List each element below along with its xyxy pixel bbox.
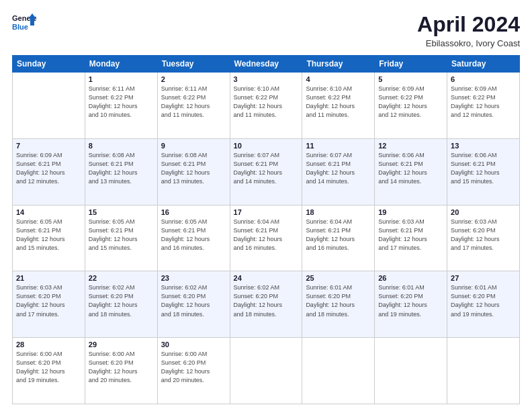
calendar-cell: 26Sunrise: 6:01 AM Sunset: 6:20 PM Dayli… [375, 271, 447, 338]
day-detail: Sunrise: 6:07 AM Sunset: 6:21 PM Dayligh… [234, 151, 299, 186]
calendar-cell: 30Sunrise: 6:00 AM Sunset: 6:20 PM Dayli… [157, 338, 230, 404]
week-row-0: 1Sunrise: 6:11 AM Sunset: 6:22 PM Daylig… [13, 73, 520, 139]
calendar-cell: 27Sunrise: 6:01 AM Sunset: 6:20 PM Dayli… [447, 271, 520, 338]
day-detail: Sunrise: 6:02 AM Sunset: 6:20 PM Dayligh… [89, 283, 154, 318]
day-number: 1 [89, 75, 154, 83]
day-detail: Sunrise: 6:00 AM Sunset: 6:20 PM Dayligh… [16, 350, 81, 385]
day-number: 3 [234, 75, 299, 83]
day-detail: Sunrise: 6:06 AM Sunset: 6:21 PM Dayligh… [451, 151, 516, 186]
calendar-cell: 21Sunrise: 6:03 AM Sunset: 6:20 PM Dayli… [13, 271, 85, 338]
calendar-cell: 3Sunrise: 6:10 AM Sunset: 6:22 PM Daylig… [230, 73, 302, 139]
month-title: April 2024 [417, 12, 520, 37]
day-number: 10 [234, 142, 299, 150]
weekday-friday: Friday [375, 56, 447, 73]
calendar-cell [302, 338, 375, 404]
day-number: 4 [306, 75, 371, 83]
day-detail: Sunrise: 6:02 AM Sunset: 6:20 PM Dayligh… [161, 283, 226, 318]
calendar-cell: 2Sunrise: 6:11 AM Sunset: 6:22 PM Daylig… [157, 73, 230, 139]
calendar-cell [230, 338, 302, 404]
calendar-cell: 22Sunrise: 6:02 AM Sunset: 6:20 PM Dayli… [85, 271, 157, 338]
day-number: 7 [16, 142, 81, 150]
day-detail: Sunrise: 6:06 AM Sunset: 6:21 PM Dayligh… [378, 151, 443, 186]
weekday-header: SundayMondayTuesdayWednesdayThursdayFrid… [13, 56, 520, 73]
calendar-cell: 13Sunrise: 6:06 AM Sunset: 6:21 PM Dayli… [447, 138, 520, 205]
calendar-cell: 18Sunrise: 6:04 AM Sunset: 6:21 PM Dayli… [302, 205, 375, 271]
weekday-saturday: Saturday [447, 56, 520, 73]
day-detail: Sunrise: 6:04 AM Sunset: 6:21 PM Dayligh… [306, 218, 371, 253]
calendar-cell: 12Sunrise: 6:06 AM Sunset: 6:21 PM Dayli… [375, 138, 447, 205]
calendar-table: SundayMondayTuesdayWednesdayThursdayFrid… [12, 55, 520, 404]
day-detail: Sunrise: 6:01 AM Sunset: 6:20 PM Dayligh… [306, 283, 371, 318]
page: General Blue April 2024 Ebilassokro, Ivo… [0, 0, 532, 411]
day-detail: Sunrise: 6:01 AM Sunset: 6:20 PM Dayligh… [451, 283, 516, 318]
day-number: 27 [451, 274, 516, 282]
day-number: 24 [234, 274, 299, 282]
day-number: 25 [306, 274, 371, 282]
day-detail: Sunrise: 6:08 AM Sunset: 6:21 PM Dayligh… [161, 151, 226, 186]
calendar-cell: 1Sunrise: 6:11 AM Sunset: 6:22 PM Daylig… [85, 73, 157, 139]
day-detail: Sunrise: 6:00 AM Sunset: 6:20 PM Dayligh… [89, 350, 154, 385]
day-detail: Sunrise: 6:09 AM Sunset: 6:22 PM Dayligh… [378, 85, 443, 120]
day-number: 11 [306, 142, 371, 150]
day-number: 12 [378, 142, 443, 150]
day-number: 22 [89, 274, 154, 282]
weekday-tuesday: Tuesday [157, 56, 230, 73]
weekday-thursday: Thursday [302, 56, 375, 73]
day-number: 6 [451, 75, 516, 83]
day-number: 26 [378, 274, 443, 282]
week-row-1: 7Sunrise: 6:09 AM Sunset: 6:21 PM Daylig… [13, 138, 520, 205]
day-detail: Sunrise: 6:00 AM Sunset: 6:20 PM Dayligh… [161, 350, 226, 385]
calendar-cell: 9Sunrise: 6:08 AM Sunset: 6:21 PM Daylig… [157, 138, 230, 205]
day-detail: Sunrise: 6:03 AM Sunset: 6:20 PM Dayligh… [451, 218, 516, 253]
calendar-cell: 29Sunrise: 6:00 AM Sunset: 6:20 PM Dayli… [85, 338, 157, 404]
day-detail: Sunrise: 6:05 AM Sunset: 6:21 PM Dayligh… [16, 218, 81, 253]
calendar-cell: 11Sunrise: 6:07 AM Sunset: 6:21 PM Dayli… [302, 138, 375, 205]
calendar-cell: 10Sunrise: 6:07 AM Sunset: 6:21 PM Dayli… [230, 138, 302, 205]
calendar-cell: 8Sunrise: 6:08 AM Sunset: 6:21 PM Daylig… [85, 138, 157, 205]
day-number: 5 [378, 75, 443, 83]
day-number: 18 [306, 208, 371, 216]
day-detail: Sunrise: 6:09 AM Sunset: 6:21 PM Dayligh… [16, 151, 81, 186]
day-detail: Sunrise: 6:01 AM Sunset: 6:20 PM Dayligh… [378, 283, 443, 318]
weekday-wednesday: Wednesday [230, 56, 302, 73]
calendar-cell: 28Sunrise: 6:00 AM Sunset: 6:20 PM Dayli… [13, 338, 85, 404]
day-number: 8 [89, 142, 154, 150]
day-detail: Sunrise: 6:05 AM Sunset: 6:21 PM Dayligh… [89, 218, 154, 253]
calendar-cell: 5Sunrise: 6:09 AM Sunset: 6:22 PM Daylig… [375, 73, 447, 139]
calendar-cell: 4Sunrise: 6:10 AM Sunset: 6:22 PM Daylig… [302, 73, 375, 139]
logo: General Blue [12, 12, 36, 36]
day-number: 13 [451, 142, 516, 150]
day-number: 21 [16, 274, 81, 282]
svg-text:Blue: Blue [12, 23, 28, 31]
calendar-cell: 7Sunrise: 6:09 AM Sunset: 6:21 PM Daylig… [13, 138, 85, 205]
day-number: 23 [161, 274, 226, 282]
day-detail: Sunrise: 6:04 AM Sunset: 6:21 PM Dayligh… [234, 218, 299, 253]
day-detail: Sunrise: 6:02 AM Sunset: 6:20 PM Dayligh… [234, 283, 299, 318]
day-number: 28 [16, 340, 81, 349]
day-number: 20 [451, 208, 516, 216]
day-detail: Sunrise: 6:08 AM Sunset: 6:21 PM Dayligh… [89, 151, 154, 186]
day-detail: Sunrise: 6:09 AM Sunset: 6:22 PM Dayligh… [451, 85, 516, 120]
day-detail: Sunrise: 6:03 AM Sunset: 6:21 PM Dayligh… [378, 218, 443, 253]
day-number: 30 [161, 340, 226, 349]
day-number: 16 [161, 208, 226, 216]
day-number: 14 [16, 208, 81, 216]
calendar-cell [447, 338, 520, 404]
calendar-cell: 15Sunrise: 6:05 AM Sunset: 6:21 PM Dayli… [85, 205, 157, 271]
day-number: 15 [89, 208, 154, 216]
calendar-cell: 20Sunrise: 6:03 AM Sunset: 6:20 PM Dayli… [447, 205, 520, 271]
weekday-monday: Monday [85, 56, 157, 73]
week-row-2: 14Sunrise: 6:05 AM Sunset: 6:21 PM Dayli… [13, 205, 520, 271]
day-number: 2 [161, 75, 226, 83]
day-detail: Sunrise: 6:07 AM Sunset: 6:21 PM Dayligh… [306, 151, 371, 186]
calendar-cell: 24Sunrise: 6:02 AM Sunset: 6:20 PM Dayli… [230, 271, 302, 338]
calendar-cell: 16Sunrise: 6:05 AM Sunset: 6:21 PM Dayli… [157, 205, 230, 271]
calendar-cell: 6Sunrise: 6:09 AM Sunset: 6:22 PM Daylig… [447, 73, 520, 139]
day-detail: Sunrise: 6:11 AM Sunset: 6:22 PM Dayligh… [161, 85, 226, 120]
week-row-4: 28Sunrise: 6:00 AM Sunset: 6:20 PM Dayli… [13, 338, 520, 404]
calendar-cell: 17Sunrise: 6:04 AM Sunset: 6:21 PM Dayli… [230, 205, 302, 271]
title-block: April 2024 Ebilassokro, Ivory Coast [417, 12, 520, 48]
logo-svg: General Blue [12, 12, 36, 36]
day-detail: Sunrise: 6:10 AM Sunset: 6:22 PM Dayligh… [306, 85, 371, 120]
day-detail: Sunrise: 6:03 AM Sunset: 6:20 PM Dayligh… [16, 283, 81, 318]
